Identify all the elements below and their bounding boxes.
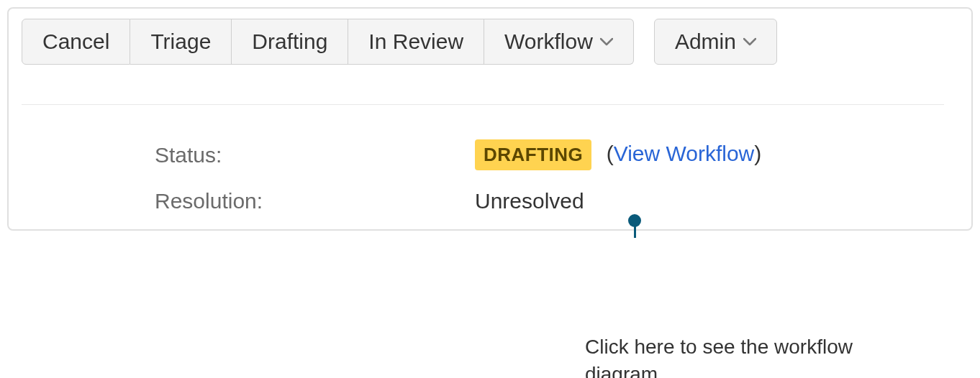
issue-panel: Cancel Triage Drafting In Review Workflo… (7, 7, 973, 231)
drafting-button[interactable]: Drafting (232, 19, 348, 65)
admin-dropdown-button[interactable]: Admin (654, 19, 777, 65)
divider (22, 104, 944, 105)
callout-dot-icon (628, 214, 641, 227)
triage-button[interactable]: Triage (130, 19, 232, 65)
chevron-down-icon (600, 37, 613, 46)
triage-label: Triage (150, 31, 211, 52)
cancel-button[interactable]: Cancel (22, 19, 130, 65)
resolution-row: Resolution: Unresolved (155, 189, 958, 213)
callout-line-icon (634, 220, 636, 238)
in-review-label: In Review (368, 31, 463, 52)
paren-close: ) (754, 142, 761, 165)
admin-label: Admin (675, 31, 736, 52)
workflow-dropdown-button[interactable]: Workflow (484, 19, 634, 65)
cancel-label: Cancel (42, 31, 109, 52)
drafting-label: Drafting (252, 31, 327, 52)
resolution-label: Resolution: (155, 189, 475, 213)
status-row: Status: DRAFTING (View Workflow) (155, 139, 958, 170)
paren-open: ( (607, 142, 614, 165)
workflow-label: Workflow (504, 31, 593, 52)
status-label: Status: (155, 143, 475, 167)
resolution-value: Unresolved (475, 189, 584, 213)
in-review-button[interactable]: In Review (348, 19, 484, 65)
issue-details: Status: DRAFTING (View Workflow) Resolut… (22, 139, 958, 213)
workflow-button-group: Cancel Triage Drafting In Review Workflo… (22, 19, 634, 65)
status-value-wrap: DRAFTING (View Workflow) (475, 139, 761, 170)
status-badge: DRAFTING (475, 139, 591, 170)
chevron-down-icon (743, 37, 756, 46)
workflow-toolbar: Cancel Triage Drafting In Review Workflo… (22, 19, 958, 65)
view-workflow-link[interactable]: View Workflow (614, 142, 755, 165)
